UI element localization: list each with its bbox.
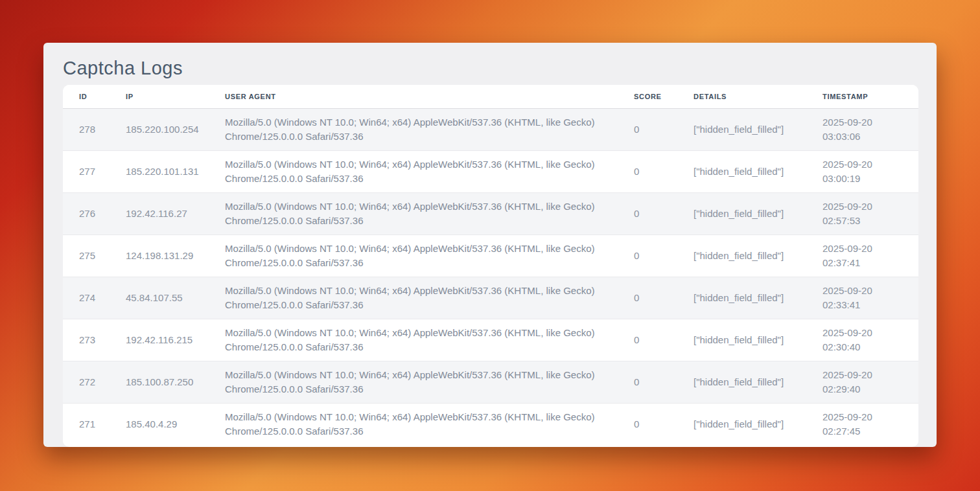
captcha-logs-table: ID IP USER AGENT SCORE DETAILS TIMESTAMP… xyxy=(63,85,918,445)
cell-ip: 185.40.4.29 xyxy=(110,403,209,445)
cell-user-agent: Mozilla/5.0 (Windows NT 10.0; Win64; x64… xyxy=(209,361,618,403)
column-header-ip: IP xyxy=(110,85,209,108)
cell-user-agent: Mozilla/5.0 (Windows NT 10.0; Win64; x64… xyxy=(209,403,618,445)
table-row: 274 45.84.107.55 Mozilla/5.0 (Windows NT… xyxy=(63,277,918,319)
cell-user-agent: Mozilla/5.0 (Windows NT 10.0; Win64; x64… xyxy=(209,234,618,277)
column-header-score: SCORE xyxy=(618,85,677,108)
cell-ip: 45.84.107.55 xyxy=(110,277,209,319)
cell-id: 276 xyxy=(63,192,110,234)
cell-ip: 185.220.100.254 xyxy=(110,108,209,150)
cell-id: 272 xyxy=(63,361,110,403)
table-row: 271 185.40.4.29 Mozilla/5.0 (Windows NT … xyxy=(63,403,918,445)
table-row: 277 185.220.101.131 Mozilla/5.0 (Windows… xyxy=(63,150,918,192)
table-row: 273 192.42.116.215 Mozilla/5.0 (Windows … xyxy=(63,319,918,361)
column-header-id: ID xyxy=(63,85,110,108)
cell-id: 275 xyxy=(63,234,110,277)
column-header-details: DETAILS xyxy=(677,85,806,108)
cell-score: 0 xyxy=(618,319,677,361)
cell-score: 0 xyxy=(618,234,677,277)
cell-timestamp: 2025-09-20 02:37:41 xyxy=(806,234,918,277)
cell-id: 273 xyxy=(63,319,110,361)
table-row: 275 124.198.131.29 Mozilla/5.0 (Windows … xyxy=(63,234,918,277)
table-row: 272 185.100.87.250 Mozilla/5.0 (Windows … xyxy=(63,361,918,403)
captcha-logs-card: Captcha Logs ID IP USER AGENT SCORE DETA… xyxy=(43,43,937,447)
cell-user-agent: Mozilla/5.0 (Windows NT 10.0; Win64; x64… xyxy=(209,192,618,234)
cell-details: ["hidden_field_filled"] xyxy=(677,192,806,234)
cell-user-agent: Mozilla/5.0 (Windows NT 10.0; Win64; x64… xyxy=(209,150,618,192)
cell-timestamp: 2025-09-20 02:33:41 xyxy=(806,277,918,319)
cell-timestamp: 2025-09-20 02:29:40 xyxy=(806,361,918,403)
cell-score: 0 xyxy=(618,192,677,234)
cell-timestamp: 2025-09-20 02:57:53 xyxy=(806,192,918,234)
cell-score: 0 xyxy=(618,277,677,319)
table-row: 276 192.42.116.27 Mozilla/5.0 (Windows N… xyxy=(63,192,918,234)
cell-ip: 185.100.87.250 xyxy=(110,361,209,403)
cell-user-agent: Mozilla/5.0 (Windows NT 10.0; Win64; x64… xyxy=(209,319,618,361)
cell-ip: 192.42.116.215 xyxy=(110,319,209,361)
cell-timestamp: 2025-09-20 03:00:19 xyxy=(806,150,918,192)
cell-details: ["hidden_field_filled"] xyxy=(677,108,806,150)
cell-timestamp: 2025-09-20 03:03:06 xyxy=(806,108,918,150)
column-header-timestamp: TIMESTAMP xyxy=(806,85,918,108)
cell-details: ["hidden_field_filled"] xyxy=(677,361,806,403)
cell-id: 277 xyxy=(63,150,110,192)
cell-id: 271 xyxy=(63,403,110,445)
cell-user-agent: Mozilla/5.0 (Windows NT 10.0; Win64; x64… xyxy=(209,277,618,319)
cell-score: 0 xyxy=(618,403,677,445)
column-header-user-agent: USER AGENT xyxy=(209,85,618,108)
cell-id: 278 xyxy=(63,108,110,150)
captcha-logs-table-container: ID IP USER AGENT SCORE DETAILS TIMESTAMP… xyxy=(63,85,918,447)
cell-user-agent: Mozilla/5.0 (Windows NT 10.0; Win64; x64… xyxy=(209,108,618,150)
cell-details: ["hidden_field_filled"] xyxy=(677,403,806,445)
cell-details: ["hidden_field_filled"] xyxy=(677,234,806,277)
cell-ip: 124.198.131.29 xyxy=(110,234,209,277)
cell-ip: 192.42.116.27 xyxy=(110,192,209,234)
page-title: Captcha Logs xyxy=(63,53,937,83)
cell-ip: 185.220.101.131 xyxy=(110,150,209,192)
cell-timestamp: 2025-09-20 02:27:45 xyxy=(806,403,918,445)
cell-score: 0 xyxy=(618,150,677,192)
cell-timestamp: 2025-09-20 02:30:40 xyxy=(806,319,918,361)
cell-details: ["hidden_field_filled"] xyxy=(677,277,806,319)
cell-details: ["hidden_field_filled"] xyxy=(677,319,806,361)
table-header: ID IP USER AGENT SCORE DETAILS TIMESTAMP xyxy=(63,85,918,108)
cell-details: ["hidden_field_filled"] xyxy=(677,150,806,192)
cell-score: 0 xyxy=(618,108,677,150)
table-header-row: ID IP USER AGENT SCORE DETAILS TIMESTAMP xyxy=(63,85,918,108)
table-body: 278 185.220.100.254 Mozilla/5.0 (Windows… xyxy=(63,108,918,445)
cell-id: 274 xyxy=(63,277,110,319)
cell-score: 0 xyxy=(618,361,677,403)
table-row: 278 185.220.100.254 Mozilla/5.0 (Windows… xyxy=(63,108,918,150)
background: { "page_title": "Captcha Logs", "colors"… xyxy=(0,0,980,491)
